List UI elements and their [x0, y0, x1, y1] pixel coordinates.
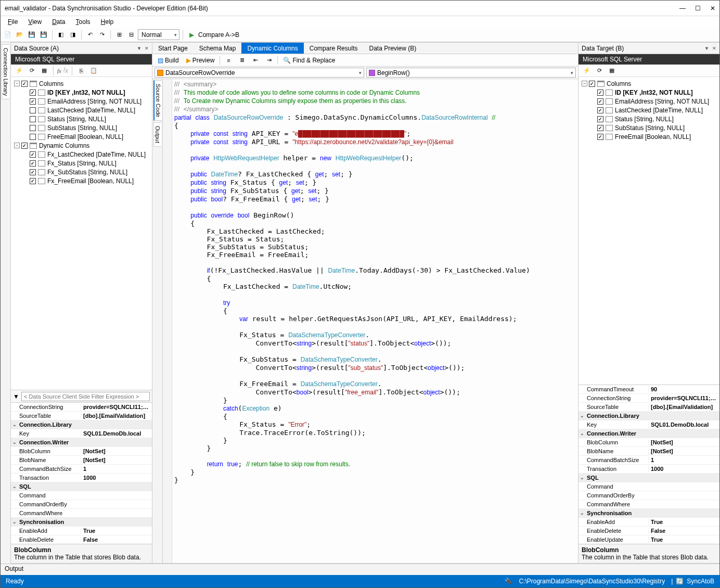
close-panel-icon[interactable]: ✕	[145, 46, 149, 51]
prop-value[interactable]: SQL01.DemoDb.local	[81, 430, 152, 437]
checkbox[interactable]	[589, 81, 595, 87]
prop-row[interactable]: CommandTimeout90	[578, 385, 719, 394]
prop-row[interactable]: KeySQL01.DemoDb.local	[578, 420, 719, 429]
prop-row[interactable]: CommandBatchSize1	[11, 465, 152, 474]
tree-item[interactable]: Status [String, NULL]	[580, 114, 718, 123]
tree-item[interactable]: Fx_Status [String, NULL]	[12, 159, 151, 168]
compare-label[interactable]: Compare A->B	[198, 31, 239, 39]
tree-item[interactable]: Fx_SubStatus [String, NULL]	[12, 168, 151, 176]
find-replace-button[interactable]: 🔍Find & Replace	[281, 56, 337, 65]
prop-value[interactable]: False	[648, 528, 719, 534]
checkbox[interactable]	[30, 169, 36, 175]
prop-value[interactable]: [NotSet]	[648, 448, 719, 454]
save-icon[interactable]: 💾	[27, 30, 37, 40]
tree-group[interactable]: −Dynamic Columns	[12, 141, 151, 150]
prop-category[interactable]: ⌄SQL	[578, 474, 719, 482]
prop-value[interactable]: [dbo].[EmailValidation]	[81, 413, 152, 419]
tree-item[interactable]: SubStatus [String, NULL]	[12, 123, 151, 132]
grid-icon[interactable]: ▦	[39, 66, 49, 76]
checkbox[interactable]	[30, 160, 36, 167]
prop-row[interactable]: BlobColumn[NotSet]	[578, 438, 719, 447]
dropdown-icon[interactable]: ▼	[137, 46, 142, 51]
outdent-icon[interactable]: ≣	[237, 55, 247, 66]
tree-group[interactable]: −Columns	[12, 79, 151, 88]
prop-row[interactable]: KeySQL01.DemoDb.local	[11, 429, 152, 438]
prop-category[interactable]: ⌄Connection.Writer	[578, 429, 719, 438]
prop-row[interactable]: EnableAddTrue	[11, 527, 152, 535]
prop-row[interactable]: ConnectionStringprovider=SQLNCLI11;data …	[578, 394, 719, 403]
prop-row[interactable]: Transaction1000	[11, 474, 152, 482]
source-code-tab[interactable]: Source Code	[153, 80, 162, 121]
prop-row[interactable]: CommandWhere	[578, 500, 719, 509]
class-dropdown[interactable]: DataSourceRowOverride	[155, 68, 364, 78]
checkbox[interactable]	[597, 107, 603, 113]
checkbox[interactable]	[30, 178, 36, 184]
menu-view[interactable]: View	[24, 17, 46, 27]
indent-icon[interactable]: ⇤	[250, 55, 261, 66]
tree-item[interactable]: LastChecked [DateTime, NULL]	[580, 106, 718, 114]
output-tab[interactable]: Output	[1, 564, 719, 575]
filter-icon[interactable]: ▼	[13, 393, 19, 400]
checkbox[interactable]	[597, 90, 603, 96]
checkbox[interactable]	[597, 98, 603, 105]
tree-item[interactable]: FreeEmail [Boolean, NULL]	[12, 132, 151, 141]
indent2-icon[interactable]: ⇥	[264, 55, 274, 66]
prop-value[interactable]: 1000	[648, 466, 719, 472]
prop-category[interactable]: ⌄Connection.Library	[11, 420, 152, 429]
tool-icon-1[interactable]: ◧	[56, 30, 66, 40]
prop-value[interactable]: 1	[648, 457, 719, 463]
tree-item[interactable]: ID [KEY ,Int32, NOT NULL]	[12, 88, 151, 97]
prop-value[interactable]: [NotSet]	[81, 457, 152, 463]
prop-category[interactable]: ⌄Connection.Writer	[11, 438, 152, 447]
prop-value[interactable]: provider=SQLNCLI11;data so	[81, 404, 152, 410]
prop-row[interactable]: EnableUpdateTrue	[578, 535, 719, 544]
checkbox[interactable]	[21, 143, 28, 149]
refresh-icon[interactable]: ⟳	[594, 66, 605, 76]
prop-value[interactable]: False	[81, 536, 152, 543]
connect-icon[interactable]: ⚡	[582, 66, 592, 76]
open-icon[interactable]: 📂	[15, 30, 25, 40]
prop-value[interactable]: 1	[81, 466, 152, 472]
close-panel-icon[interactable]: ✕	[712, 46, 716, 51]
fx2-icon[interactable]: fx	[63, 66, 68, 74]
tree-item[interactable]: FreeEmail [Boolean, NULL]	[580, 132, 718, 141]
checkbox[interactable]	[30, 98, 36, 105]
saveall-icon[interactable]: 💾	[38, 30, 49, 40]
checkbox[interactable]	[30, 134, 36, 140]
tree-item[interactable]: LastChecked [DateTime, NULL]	[12, 106, 151, 114]
menu-file[interactable]: File	[4, 17, 22, 27]
tool-icon-2[interactable]: ◨	[68, 30, 78, 40]
prop-row[interactable]: SourceTable[dbo].[EmailValidation]	[578, 403, 719, 412]
prop-row[interactable]: CommandOrderBy	[578, 491, 719, 500]
menu-help[interactable]: Help	[97, 17, 118, 27]
checkbox[interactable]	[30, 107, 36, 113]
output-side-tab[interactable]: Output	[153, 122, 161, 147]
tab-start-page[interactable]: Start Page	[152, 43, 194, 54]
source-properties[interactable]: ConnectionStringprovider=SQLNCLI11;data …	[11, 402, 152, 544]
checkbox[interactable]	[30, 125, 36, 131]
prop-category[interactable]: ⌄Connection.Library	[578, 412, 719, 420]
prop-row[interactable]: CommandBatchSize1	[578, 456, 719, 465]
redo-icon[interactable]: ↷	[97, 30, 107, 40]
tab-schema-map[interactable]: Schema Map	[194, 43, 242, 54]
prop-value[interactable]: True	[648, 536, 719, 543]
prop-value[interactable]: True	[81, 528, 152, 534]
menu-tools[interactable]: Tools	[72, 17, 95, 27]
checkbox[interactable]	[21, 81, 28, 87]
prop-row[interactable]: CommandOrderBy	[11, 500, 152, 509]
new-icon[interactable]: 📄	[3, 30, 13, 40]
mode-selector[interactable]: Normal	[138, 29, 179, 40]
source-tree[interactable]: −ColumnsID [KEY ,Int32, NOT NULL]EmailAd…	[11, 77, 152, 390]
close-button[interactable]: ✕	[710, 5, 715, 12]
checkbox[interactable]	[597, 116, 603, 122]
connect-icon[interactable]: ⚡	[14, 66, 24, 76]
build-button[interactable]: ▤Build	[156, 56, 181, 65]
dropdown-icon[interactable]: ▼	[704, 46, 709, 51]
prop-value[interactable]: provider=SQLNCLI11;data so	[648, 395, 719, 401]
prop-row[interactable]: ConnectionStringprovider=SQLNCLI11;data …	[11, 403, 152, 412]
tree-group[interactable]: −Columns	[580, 79, 718, 88]
prop-value[interactable]: [dbo].[EmailValidation]	[648, 404, 719, 410]
prop-value[interactable]: 1000	[81, 475, 152, 481]
copy-icon[interactable]: ⎘	[76, 66, 86, 76]
tab-dynamic-columns[interactable]: Dynamic Columns	[241, 43, 303, 54]
